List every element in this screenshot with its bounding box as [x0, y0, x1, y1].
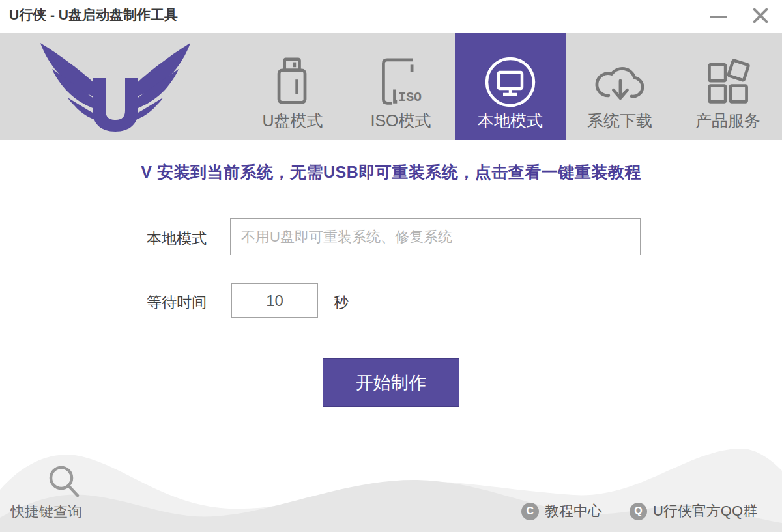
window-controls: [699, 0, 782, 33]
products-grid-icon: [702, 54, 754, 110]
tab-label: 系统下载: [587, 110, 652, 131]
tab-system-download[interactable]: 系统下载: [566, 33, 674, 140]
minimize-button[interactable]: [699, 0, 740, 33]
local-mode-input[interactable]: [230, 218, 641, 255]
wait-time-unit: 秒: [334, 292, 349, 313]
tab-product-services[interactable]: 产品服务: [674, 33, 782, 140]
iso-file-icon: ISO: [376, 54, 426, 110]
notice-banner[interactable]: V 安装到当前系统，无需USB即可重装系统，点击查看一键重装教程: [0, 161, 782, 183]
qq-group-icon: Q: [630, 503, 647, 520]
shortcut-key-query-link[interactable]: 快捷键查询: [10, 502, 82, 522]
search-icon: [46, 462, 82, 499]
nav-tabs: U盘模式 ISO ISO模式: [239, 33, 782, 140]
footer-links: C 教程中心 Q U行侠官方QQ群: [503, 501, 757, 521]
qq-group-link[interactable]: Q U行侠官方QQ群: [630, 501, 757, 521]
wait-time-label: 等待时间: [147, 292, 207, 313]
tab-label: U盘模式: [262, 110, 323, 131]
window-title: U行侠 - U盘启动盘制作工具: [9, 6, 178, 24]
tutorial-center-link[interactable]: C 教程中心: [521, 501, 602, 521]
qq-group-label: U行侠官方QQ群: [653, 501, 757, 521]
start-make-button[interactable]: 开始制作: [323, 358, 459, 407]
monitor-icon: [483, 54, 538, 110]
usb-drive-icon: [268, 54, 317, 110]
tab-label: 本地模式: [478, 110, 543, 131]
tab-usb-mode[interactable]: U盘模式: [239, 33, 347, 140]
tab-label: 产品服务: [695, 110, 760, 131]
titlebar: U行侠 - U盘启动盘制作工具: [0, 0, 782, 33]
nav-bar: U盘模式 ISO ISO模式: [0, 33, 782, 140]
app-logo-winged-u-icon: [34, 38, 197, 135]
local-mode-label: 本地模式: [147, 229, 207, 249]
tutorial-center-label: 教程中心: [545, 501, 602, 521]
cloud-download-icon: [592, 54, 647, 110]
app-window: U行侠 - U盘启动盘制作工具: [0, 0, 782, 532]
close-button[interactable]: [740, 0, 782, 33]
tab-label: ISO模式: [370, 110, 431, 131]
tutorial-center-icon: C: [521, 503, 539, 520]
iso-icon-text: ISO: [398, 90, 422, 105]
tab-iso-mode[interactable]: ISO ISO模式: [347, 33, 455, 140]
wait-time-input[interactable]: [231, 283, 318, 318]
tab-local-mode[interactable]: 本地模式: [455, 33, 566, 140]
